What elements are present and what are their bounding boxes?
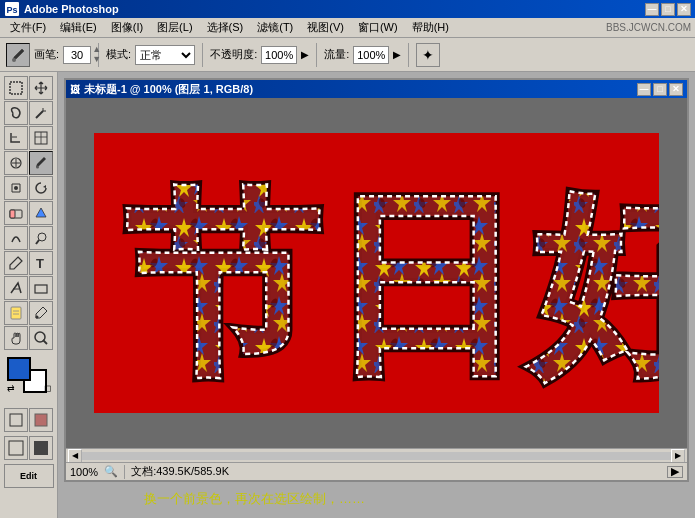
notes-tool[interactable] (4, 301, 28, 325)
hand-tool[interactable] (4, 326, 28, 350)
doc-minimize-btn[interactable]: — (637, 83, 651, 96)
minimize-button[interactable]: — (645, 3, 659, 16)
color-swatches[interactable]: ⇄ ◻ (7, 357, 51, 397)
menu-file[interactable]: 文件(F) (4, 18, 52, 37)
menu-filter[interactable]: 滤镜(T) (251, 18, 299, 37)
flow-input[interactable] (353, 46, 389, 64)
scroll-track-h[interactable] (82, 452, 671, 460)
menu-window[interactable]: 窗口(W) (352, 18, 404, 37)
tool-row-3 (2, 126, 55, 150)
tool-row-8: T (2, 251, 55, 275)
scroll-left-btn[interactable]: ◀ (68, 449, 82, 463)
svg-line-28 (43, 340, 47, 344)
quick-mask-on[interactable] (29, 408, 53, 432)
brush-tool[interactable] (29, 151, 53, 175)
svg-rect-30 (35, 414, 47, 426)
dodge-tool[interactable] (29, 226, 53, 250)
image-canvas: 节日好 节日好 节日好 节日好 (94, 133, 659, 413)
status-divider (124, 465, 125, 479)
svg-line-18 (36, 240, 39, 244)
clone-tool[interactable] (4, 176, 28, 200)
svg-point-14 (14, 186, 18, 190)
title-bar-buttons[interactable]: — □ ✕ (645, 3, 691, 16)
pen-tool[interactable] (4, 251, 28, 275)
move-tool[interactable] (29, 76, 53, 100)
doc-title: 未标题-1 @ 100% (图层 1, RGB/8) (84, 82, 637, 97)
opacity-input[interactable] (261, 46, 297, 64)
slice-tool[interactable] (29, 126, 53, 150)
divider-2 (202, 43, 203, 67)
crop-tool[interactable] (4, 126, 28, 150)
magic-wand-tool[interactable] (29, 101, 53, 125)
menu-help[interactable]: 帮助(H) (406, 18, 455, 37)
flow-arrow[interactable]: ▶ (393, 49, 401, 60)
doc-maximize-btn[interactable]: □ (653, 83, 667, 96)
doc-close-btn[interactable]: ✕ (669, 83, 683, 96)
doc-title-bar: 🖼 未标题-1 @ 100% (图层 1, RGB/8) — □ ✕ (66, 80, 687, 98)
menu-edit[interactable]: 编辑(E) (54, 18, 103, 37)
left-toolbar: T (0, 72, 58, 518)
brush-size-input[interactable] (63, 46, 91, 64)
zoom-controls[interactable]: 🔍 (104, 465, 118, 478)
screen-mode-normal[interactable] (4, 436, 28, 460)
flow-label: 流量: (324, 47, 349, 62)
foreground-color[interactable] (7, 357, 31, 381)
svg-rect-23 (11, 307, 21, 319)
eraser-tool[interactable] (4, 201, 28, 225)
blur-tool[interactable] (4, 226, 28, 250)
menu-image[interactable]: 图像(I) (105, 18, 149, 37)
shape-tool[interactable] (29, 276, 53, 300)
marquee-tool[interactable] (4, 76, 28, 100)
svg-rect-3 (10, 82, 22, 94)
menu-bar: 文件(F) 编辑(E) 图像(I) 图层(L) 选择(S) 滤镜(T) 视图(V… (0, 18, 695, 38)
healing-tool[interactable] (4, 151, 28, 175)
history-brush-tool[interactable] (29, 176, 53, 200)
default-colors-icon[interactable]: ◻ (44, 383, 51, 393)
swap-colors-icon[interactable]: ⇄ (7, 383, 15, 393)
menu-view[interactable]: 视图(V) (301, 18, 350, 37)
svg-rect-29 (10, 414, 22, 426)
canvas-area: 🖼 未标题-1 @ 100% (图层 1, RGB/8) — □ ✕ (58, 72, 695, 518)
hint-text: 换一个前景色，再次在选区绘制，…… (64, 482, 689, 512)
main-area: T (0, 72, 695, 518)
scroll-down-small[interactable]: ▶ (667, 466, 683, 478)
tool-row-9 (2, 276, 55, 300)
quick-mask-off[interactable] (4, 408, 28, 432)
tool-row-1 (2, 76, 55, 100)
tool-row-11 (2, 326, 55, 350)
lasso-tool[interactable] (4, 101, 28, 125)
status-bar: 100% 🔍 文档:439.5K/585.9K ▶ (66, 462, 687, 480)
type-tool[interactable]: T (29, 251, 53, 275)
svg-text:Ps: Ps (6, 5, 17, 15)
svg-rect-32 (11, 443, 21, 453)
mode-label: 模式: (106, 47, 131, 62)
canvas-viewport[interactable]: 节日好 节日好 节日好 节日好 (66, 98, 687, 448)
doc-icon: 🖼 (70, 84, 80, 95)
mode-select[interactable]: 正常 (135, 45, 195, 65)
brush-size-arrows[interactable]: ▲▼ (92, 44, 101, 64)
tool-row-10 (2, 301, 55, 325)
brush-tool-icon[interactable] (6, 43, 30, 67)
zoom-tool[interactable] (29, 326, 53, 350)
path-select-tool[interactable] (4, 276, 28, 300)
doc-window-buttons[interactable]: — □ ✕ (637, 83, 683, 96)
close-button[interactable]: ✕ (677, 3, 691, 16)
doc-info: 文档:439.5K/585.9K (131, 464, 229, 479)
edit-app-btn[interactable]: Edit (4, 464, 54, 488)
eyedropper-tool[interactable] (29, 301, 53, 325)
horizontal-scrollbar[interactable]: ◀ ▶ (66, 448, 687, 462)
tool-row-6 (2, 201, 55, 225)
svg-line-19 (18, 257, 22, 261)
tool-row-2 (2, 101, 55, 125)
screen-mode-full[interactable] (29, 436, 53, 460)
menu-select[interactable]: 选择(S) (201, 18, 250, 37)
maximize-button[interactable]: □ (661, 3, 675, 16)
opacity-arrow[interactable]: ▶ (301, 49, 309, 60)
divider-4 (408, 43, 409, 67)
opacity-label: 不透明度: (210, 47, 257, 62)
menu-layer[interactable]: 图层(L) (151, 18, 198, 37)
scroll-right-btn[interactable]: ▶ (671, 449, 685, 463)
fill-tool[interactable] (29, 201, 53, 225)
svg-point-13 (36, 166, 39, 169)
airbrush-btn[interactable]: ✦ (416, 43, 440, 67)
